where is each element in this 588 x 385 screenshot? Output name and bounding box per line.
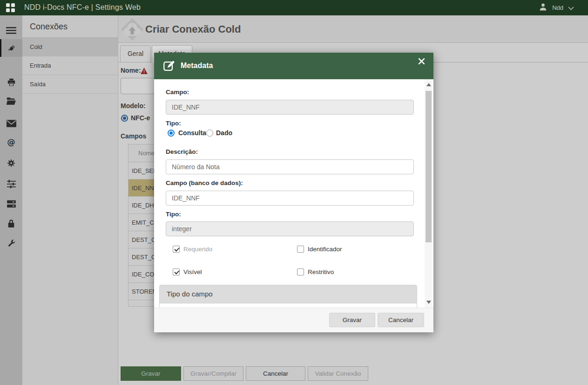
server-icon [7, 200, 16, 208]
visivel-label: Visível [183, 268, 202, 275]
sidebar-item-preferences[interactable] [0, 175, 22, 192]
connection-item-cold[interactable]: Cold [22, 38, 118, 56]
user-name: Ndd [552, 4, 563, 11]
tab-geral[interactable]: Geral [120, 45, 151, 62]
restritivo-label: Restritivo [308, 268, 334, 275]
section-header-tipo-do-campo: Tipo do campo [159, 285, 417, 303]
nome-label: Nome: [121, 67, 141, 74]
requerido-label: Requerido [183, 246, 212, 253]
chevron-down-icon [568, 4, 574, 12]
modal-cancelar-button[interactable]: Cancelar [378, 313, 424, 327]
requerido-checkbox [173, 246, 180, 253]
wrench-icon [7, 239, 16, 248]
sidebar-item-tools[interactable] [0, 234, 22, 252]
modal-gravar-button[interactable]: Gravar [329, 313, 375, 327]
folder-open-icon [6, 96, 16, 105]
visivel-checkbox[interactable] [173, 268, 180, 275]
campos-label: Campos [121, 132, 146, 140]
sidebar-item-plug[interactable] [0, 39, 22, 57]
sliders-icon [7, 179, 16, 188]
modelo-radio-nfce[interactable] [121, 115, 128, 122]
validar-conexao-button[interactable]: Validar Conexão [308, 366, 368, 381]
restritivo-checkbox[interactable] [297, 268, 304, 275]
menu-icon [6, 27, 16, 34]
modal-header: Metadata [154, 53, 433, 79]
sidebar-item-mail[interactable] [0, 115, 22, 132]
modal-scrollbar [425, 79, 433, 308]
printer-icon [7, 77, 16, 87]
sidebar-item-settings[interactable] [0, 154, 22, 172]
svg-text:@: @ [7, 138, 15, 147]
gravar-button[interactable]: Gravar [121, 366, 181, 381]
connections-panel-title: Conexões [22, 15, 118, 38]
top-bar: NDD i-Docs NFC-e | Settings Web Ndd [0, 0, 588, 15]
cloud-upload-icon [120, 18, 144, 42]
modelo-radio-nfce-label: NFC-e [131, 114, 150, 122]
connection-item-saida[interactable]: Saída [22, 75, 118, 94]
campo-input [166, 100, 414, 115]
close-icon[interactable] [418, 58, 426, 65]
tipo-radio-consulta-label: Consulta [178, 129, 206, 137]
descricao-input[interactable] [166, 159, 414, 174]
section-body-partial [159, 303, 417, 308]
warning-icon [141, 68, 148, 76]
tipo-radio-dado[interactable] [206, 130, 213, 137]
user-menu[interactable]: Ndd [539, 0, 574, 15]
scroll-up-arrow-icon[interactable] [426, 83, 431, 86]
lock-icon [7, 219, 15, 228]
connections-panel: Conexões Cold Entrada Saída [22, 15, 118, 385]
campo-bd-label: Campo (banco de dados): [166, 179, 243, 186]
tipo-radio-consulta[interactable] [168, 130, 175, 137]
campo-bd-input[interactable] [166, 191, 414, 206]
sidebar-toggle-menu[interactable] [0, 21, 22, 40]
sidebar-item-at[interactable]: @ [0, 134, 22, 151]
sidebar-item-security[interactable] [0, 214, 22, 232]
campo-label: Campo: [166, 89, 189, 96]
plug-icon [7, 43, 17, 53]
app-logo-icon[interactable] [6, 3, 15, 13]
at-sign-icon: @ [6, 138, 16, 148]
cancelar-button[interactable]: Cancelar [246, 366, 305, 381]
gravar-compilar-button[interactable]: Gravar/Compilar [183, 366, 243, 381]
gear-icon [7, 158, 16, 168]
scrollbar-thumb[interactable] [426, 91, 432, 242]
user-icon [539, 2, 547, 13]
tipo-label: Tipo: [166, 120, 181, 127]
modal-title: Metadata [181, 62, 213, 70]
page-header-band: Criar Conexão Cold [118, 15, 588, 43]
page-title: Criar Conexão Cold [145, 23, 241, 35]
modal-footer: Gravar Cancelar [154, 308, 433, 332]
icon-sidebar: @ [0, 15, 22, 385]
sidebar-item-printer[interactable] [0, 73, 22, 91]
descricao-label: Descrição: [166, 148, 198, 155]
edit-icon [163, 59, 176, 74]
metadata-modal: Metadata Campo: Tipo: Consulta Dado Desc… [154, 53, 433, 332]
app-title: NDD i-Docs NFC-e | Settings Web [24, 3, 141, 12]
sidebar-item-servers[interactable] [0, 195, 22, 213]
modelo-label: Modelo: [121, 102, 146, 110]
scroll-down-arrow-icon[interactable] [426, 301, 431, 304]
envelope-icon [7, 120, 16, 127]
tipo-radio-dado-label: Dado [216, 129, 232, 137]
identificador-checkbox[interactable] [297, 246, 304, 253]
connection-item-entrada[interactable]: Entrada [22, 56, 118, 75]
tipo-dado-input [166, 221, 414, 236]
sidebar-item-folder[interactable] [0, 92, 22, 110]
identificador-label: Identificador [308, 246, 342, 253]
tipo-dado-label: Tipo: [166, 211, 181, 218]
